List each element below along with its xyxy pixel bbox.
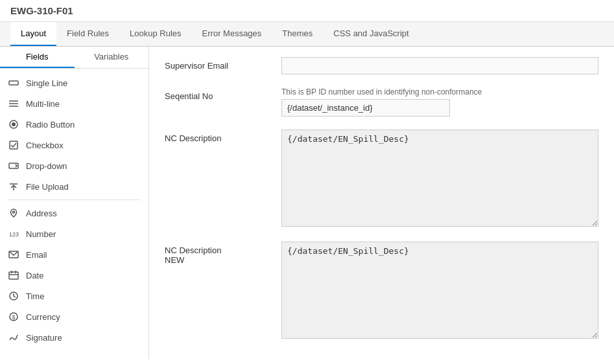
single-line-icon bbox=[8, 77, 19, 89]
field-label-supervisor-email: Supervisor Email bbox=[165, 57, 281, 71]
svg-rect-0 bbox=[9, 81, 18, 85]
svg-text:$: $ bbox=[12, 314, 16, 321]
sidebar-item-label: Date bbox=[26, 271, 43, 280]
tab-themes[interactable]: Themes bbox=[272, 22, 323, 46]
svg-rect-15 bbox=[9, 272, 18, 279]
time-icon bbox=[8, 290, 19, 302]
sidebar-item-label: Single Line bbox=[26, 78, 67, 88]
sidebar-item-currency[interactable]: $ Currency bbox=[0, 306, 148, 327]
field-control-nc-description-new: {/dataset/EN_Spill_Desc} bbox=[281, 242, 598, 341]
supervisor-email-input[interactable] bbox=[281, 57, 598, 74]
tab-layout[interactable]: Layout bbox=[10, 22, 56, 46]
field-control-nc-description: {/dataset/EN_Spill_Desc} bbox=[281, 130, 598, 229]
sequential-no-input[interactable] bbox=[281, 99, 450, 117]
currency-icon: $ bbox=[8, 311, 19, 323]
field-label-nc-description-new: NC DescriptionNEW bbox=[165, 242, 281, 265]
sidebar-item-date[interactable]: Date bbox=[0, 265, 148, 286]
sidebar-item-email[interactable]: Email bbox=[0, 244, 148, 265]
tab-bar: Layout Field Rules Lookup Rules Error Me… bbox=[0, 22, 614, 47]
svg-point-5 bbox=[12, 122, 16, 126]
field-label-nc-description: NC Description bbox=[165, 130, 281, 143]
field-row-nc-description: NC Description {/dataset/EN_Spill_Desc} bbox=[165, 130, 598, 229]
field-control-sequential-no: This is BP ID number used in identifying… bbox=[281, 87, 598, 117]
sidebar-tab-variables[interactable]: Variables bbox=[75, 47, 149, 68]
sidebar-item-label: Email bbox=[26, 250, 47, 260]
sidebar-item-number[interactable]: 123 Number bbox=[0, 223, 148, 244]
file-upload-icon bbox=[8, 181, 19, 192]
sidebar-item-label: Currency bbox=[26, 312, 60, 322]
tab-css-javascript[interactable]: CSS and JavaScript bbox=[323, 22, 419, 46]
tab-field-rules[interactable]: Field Rules bbox=[56, 22, 119, 46]
app-title: EWG-310-F01 bbox=[0, 0, 614, 22]
sidebar-item-file-upload[interactable]: File Upload bbox=[0, 176, 148, 197]
tab-lookup-rules[interactable]: Lookup Rules bbox=[119, 22, 192, 46]
sidebar-item-radio-button[interactable]: Radio Button bbox=[0, 114, 148, 135]
field-row-supervisor-email: Supervisor Email bbox=[165, 57, 598, 74]
date-icon bbox=[8, 269, 19, 281]
email-icon bbox=[8, 249, 19, 260]
sidebar-item-label: Address bbox=[26, 209, 57, 218]
checkbox-icon bbox=[8, 139, 19, 151]
sidebar-item-label: Radio Button bbox=[26, 120, 75, 130]
sidebar-item-multi-line[interactable]: Multi-line bbox=[0, 93, 148, 114]
field-label-sequential-no: Seqential No bbox=[165, 87, 281, 101]
sidebar-item-signature[interactable]: Signature bbox=[0, 327, 148, 348]
sidebar-tab-bar: Fields Variables bbox=[0, 47, 148, 69]
sidebar-tab-fields[interactable]: Fields bbox=[0, 47, 75, 68]
field-row-nc-description-new: NC DescriptionNEW {/dataset/EN_Spill_Des… bbox=[165, 242, 598, 341]
sidebar-item-address[interactable]: Address bbox=[0, 203, 148, 223]
sidebar-item-checkbox[interactable]: Checkbox bbox=[0, 135, 148, 155]
svg-text:123: 123 bbox=[9, 231, 19, 238]
sidebar-item-single-line[interactable]: Single Line bbox=[0, 73, 148, 93]
sidebar-item-dropdown[interactable]: Drop-down bbox=[0, 155, 148, 176]
sidebar-item-label: Drop-down bbox=[26, 161, 67, 171]
svg-point-12 bbox=[13, 211, 15, 213]
sequential-no-hint: This is BP ID number used in identifying… bbox=[281, 87, 598, 97]
signature-icon bbox=[8, 332, 19, 343]
sidebar-divider bbox=[8, 199, 141, 200]
sidebar: Fields Variables Single Line bbox=[0, 47, 149, 359]
nc-description-textarea[interactable]: {/dataset/EN_Spill_Desc} bbox=[281, 130, 598, 227]
field-row-sequential-no: Seqential No This is BP ID number used i… bbox=[165, 87, 598, 117]
number-icon: 123 bbox=[8, 228, 19, 240]
content-area: Supervisor Email Seqential No This is BP… bbox=[149, 47, 614, 359]
multi-line-icon bbox=[8, 98, 19, 109]
sidebar-item-label: Signature bbox=[26, 333, 62, 343]
sidebar-item-label: Time bbox=[26, 291, 44, 301]
sidebar-item-label: Multi-line bbox=[26, 99, 60, 109]
radio-icon bbox=[8, 119, 19, 130]
sidebar-item-label: File Upload bbox=[26, 182, 69, 192]
nc-description-new-textarea[interactable]: {/dataset/EN_Spill_Desc} bbox=[281, 242, 598, 339]
tab-error-messages[interactable]: Error Messages bbox=[192, 22, 272, 46]
sidebar-item-label: Checkbox bbox=[26, 141, 64, 150]
dropdown-icon bbox=[8, 160, 19, 172]
svg-rect-6 bbox=[10, 141, 18, 149]
field-control-supervisor-email bbox=[281, 57, 598, 74]
sidebar-item-label: Number bbox=[26, 229, 56, 239]
address-icon bbox=[8, 207, 19, 219]
sidebar-item-time[interactable]: Time bbox=[0, 286, 148, 306]
